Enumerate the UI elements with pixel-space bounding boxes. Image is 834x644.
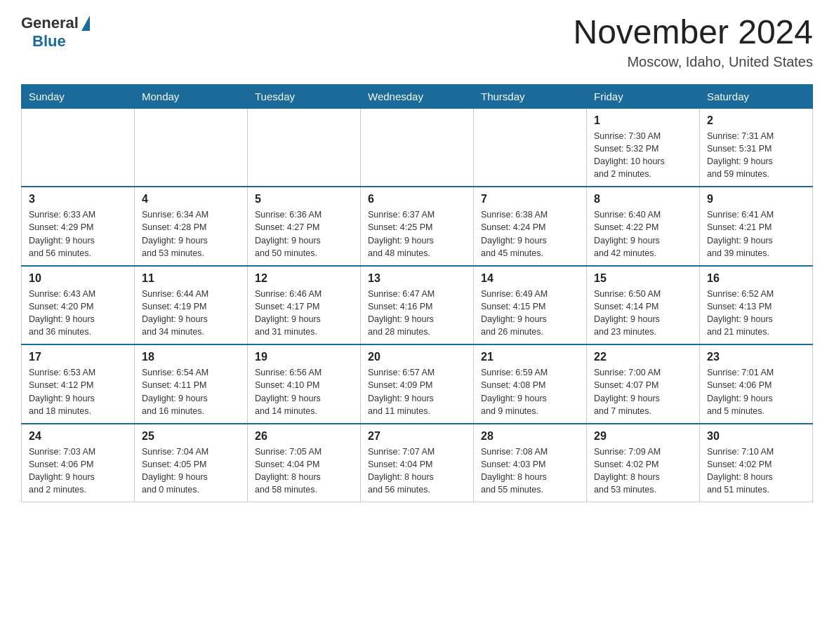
day-info: Sunrise: 6:56 AM Sunset: 4:10 PM Dayligh… [255, 366, 353, 417]
calendar-header-row: Sunday Monday Tuesday Wednesday Thursday… [22, 84, 813, 108]
table-row: 19Sunrise: 6:56 AM Sunset: 4:10 PM Dayli… [248, 344, 361, 424]
table-row [361, 108, 474, 187]
day-number: 3 [29, 193, 127, 206]
table-row [22, 108, 135, 187]
table-row: 8Sunrise: 6:40 AM Sunset: 4:22 PM Daylig… [587, 187, 700, 266]
day-number: 16 [707, 272, 805, 285]
day-number: 12 [255, 272, 353, 285]
day-info: Sunrise: 6:46 AM Sunset: 4:17 PM Dayligh… [255, 288, 353, 339]
table-row: 25Sunrise: 7:04 AM Sunset: 4:05 PM Dayli… [135, 424, 248, 502]
day-info: Sunrise: 6:59 AM Sunset: 4:08 PM Dayligh… [481, 366, 579, 417]
day-info: Sunrise: 6:54 AM Sunset: 4:11 PM Dayligh… [142, 366, 240, 417]
day-info: Sunrise: 6:34 AM Sunset: 4:28 PM Dayligh… [142, 208, 240, 260]
table-row: 23Sunrise: 7:01 AM Sunset: 4:06 PM Dayli… [700, 344, 813, 424]
day-number: 24 [29, 430, 127, 443]
day-info: Sunrise: 7:00 AM Sunset: 4:07 PM Dayligh… [594, 366, 692, 417]
table-row: 4Sunrise: 6:34 AM Sunset: 4:28 PM Daylig… [135, 187, 248, 266]
page-header: General Blue November 2024 Moscow, Idaho… [21, 14, 813, 70]
day-number: 18 [142, 351, 240, 363]
table-row: 6Sunrise: 6:37 AM Sunset: 4:25 PM Daylig… [361, 187, 474, 266]
day-info: Sunrise: 6:50 AM Sunset: 4:14 PM Dayligh… [594, 288, 692, 339]
header-sunday: Sunday [22, 84, 135, 108]
day-number: 9 [707, 193, 805, 206]
table-row: 11Sunrise: 6:44 AM Sunset: 4:19 PM Dayli… [135, 266, 248, 345]
table-row [135, 108, 248, 187]
day-number: 10 [29, 272, 127, 285]
day-info: Sunrise: 6:43 AM Sunset: 4:20 PM Dayligh… [29, 288, 127, 339]
day-info: Sunrise: 6:57 AM Sunset: 4:09 PM Dayligh… [368, 366, 466, 417]
table-row: 30Sunrise: 7:10 AM Sunset: 4:02 PM Dayli… [700, 424, 813, 502]
day-number: 28 [481, 430, 579, 443]
day-number: 25 [142, 430, 240, 443]
logo: General Blue [21, 14, 90, 51]
day-info: Sunrise: 6:52 AM Sunset: 4:13 PM Dayligh… [707, 288, 805, 339]
day-info: Sunrise: 6:49 AM Sunset: 4:15 PM Dayligh… [481, 288, 579, 339]
calendar-week-row: 3Sunrise: 6:33 AM Sunset: 4:29 PM Daylig… [22, 187, 813, 266]
day-info: Sunrise: 7:07 AM Sunset: 4:04 PM Dayligh… [368, 445, 466, 497]
calendar-week-row: 1Sunrise: 7:30 AM Sunset: 5:32 PM Daylig… [22, 108, 813, 187]
location-subtitle: Moscow, Idaho, United States [573, 54, 813, 70]
header-monday: Monday [135, 84, 248, 108]
table-row: 20Sunrise: 6:57 AM Sunset: 4:09 PM Dayli… [361, 344, 474, 424]
table-row: 13Sunrise: 6:47 AM Sunset: 4:16 PM Dayli… [361, 266, 474, 345]
day-number: 27 [368, 430, 466, 443]
day-info: Sunrise: 7:04 AM Sunset: 4:05 PM Dayligh… [142, 445, 240, 497]
table-row: 10Sunrise: 6:43 AM Sunset: 4:20 PM Dayli… [22, 266, 135, 345]
table-row: 27Sunrise: 7:07 AM Sunset: 4:04 PM Dayli… [361, 424, 474, 502]
table-row: 12Sunrise: 6:46 AM Sunset: 4:17 PM Dayli… [248, 266, 361, 345]
day-info: Sunrise: 6:44 AM Sunset: 4:19 PM Dayligh… [142, 288, 240, 339]
day-number: 17 [29, 351, 127, 363]
table-row: 21Sunrise: 6:59 AM Sunset: 4:08 PM Dayli… [474, 344, 587, 424]
calendar-week-row: 10Sunrise: 6:43 AM Sunset: 4:20 PM Dayli… [22, 266, 813, 345]
month-year-title: November 2024 [573, 14, 813, 51]
day-info: Sunrise: 7:31 AM Sunset: 5:31 PM Dayligh… [707, 130, 805, 181]
day-number: 1 [594, 114, 692, 127]
day-number: 21 [481, 351, 579, 363]
day-info: Sunrise: 7:09 AM Sunset: 4:02 PM Dayligh… [594, 445, 692, 497]
calendar-table: Sunday Monday Tuesday Wednesday Thursday… [21, 84, 813, 503]
day-number: 22 [594, 351, 692, 363]
day-number: 23 [707, 351, 805, 363]
table-row: 24Sunrise: 7:03 AM Sunset: 4:06 PM Dayli… [22, 424, 135, 502]
table-row: 7Sunrise: 6:38 AM Sunset: 4:24 PM Daylig… [474, 187, 587, 266]
day-info: Sunrise: 6:41 AM Sunset: 4:21 PM Dayligh… [707, 208, 805, 260]
table-row: 28Sunrise: 7:08 AM Sunset: 4:03 PM Dayli… [474, 424, 587, 502]
table-row: 16Sunrise: 6:52 AM Sunset: 4:13 PM Dayli… [700, 266, 813, 345]
day-info: Sunrise: 7:05 AM Sunset: 4:04 PM Dayligh… [255, 445, 353, 497]
day-number: 30 [707, 430, 805, 443]
day-info: Sunrise: 6:37 AM Sunset: 4:25 PM Dayligh… [368, 208, 466, 260]
day-info: Sunrise: 6:47 AM Sunset: 4:16 PM Dayligh… [368, 288, 466, 339]
calendar-week-row: 17Sunrise: 6:53 AM Sunset: 4:12 PM Dayli… [22, 344, 813, 424]
table-row: 17Sunrise: 6:53 AM Sunset: 4:12 PM Dayli… [22, 344, 135, 424]
table-row: 2Sunrise: 7:31 AM Sunset: 5:31 PM Daylig… [700, 108, 813, 187]
table-row: 15Sunrise: 6:50 AM Sunset: 4:14 PM Dayli… [587, 266, 700, 345]
day-number: 7 [481, 193, 579, 206]
logo-general-text: General [21, 14, 79, 32]
table-row: 26Sunrise: 7:05 AM Sunset: 4:04 PM Dayli… [248, 424, 361, 502]
title-section: November 2024 Moscow, Idaho, United Stat… [573, 14, 813, 70]
day-number: 6 [368, 193, 466, 206]
table-row: 29Sunrise: 7:09 AM Sunset: 4:02 PM Dayli… [587, 424, 700, 502]
day-info: Sunrise: 6:36 AM Sunset: 4:27 PM Dayligh… [255, 208, 353, 260]
day-number: 8 [594, 193, 692, 206]
calendar-week-row: 24Sunrise: 7:03 AM Sunset: 4:06 PM Dayli… [22, 424, 813, 502]
day-number: 4 [142, 193, 240, 206]
day-number: 14 [481, 272, 579, 285]
logo-triangle-icon [81, 15, 90, 31]
day-info: Sunrise: 7:03 AM Sunset: 4:06 PM Dayligh… [29, 445, 127, 497]
logo-blue-text: Blue [32, 32, 66, 51]
day-number: 5 [255, 193, 353, 206]
table-row: 3Sunrise: 6:33 AM Sunset: 4:29 PM Daylig… [22, 187, 135, 266]
table-row: 9Sunrise: 6:41 AM Sunset: 4:21 PM Daylig… [700, 187, 813, 266]
table-row: 22Sunrise: 7:00 AM Sunset: 4:07 PM Dayli… [587, 344, 700, 424]
header-thursday: Thursday [474, 84, 587, 108]
day-info: Sunrise: 7:30 AM Sunset: 5:32 PM Dayligh… [594, 130, 692, 181]
day-info: Sunrise: 7:01 AM Sunset: 4:06 PM Dayligh… [707, 366, 805, 417]
day-number: 20 [368, 351, 466, 363]
day-number: 11 [142, 272, 240, 285]
day-info: Sunrise: 6:33 AM Sunset: 4:29 PM Dayligh… [29, 208, 127, 260]
header-tuesday: Tuesday [248, 84, 361, 108]
table-row: 14Sunrise: 6:49 AM Sunset: 4:15 PM Dayli… [474, 266, 587, 345]
header-friday: Friday [587, 84, 700, 108]
day-number: 15 [594, 272, 692, 285]
